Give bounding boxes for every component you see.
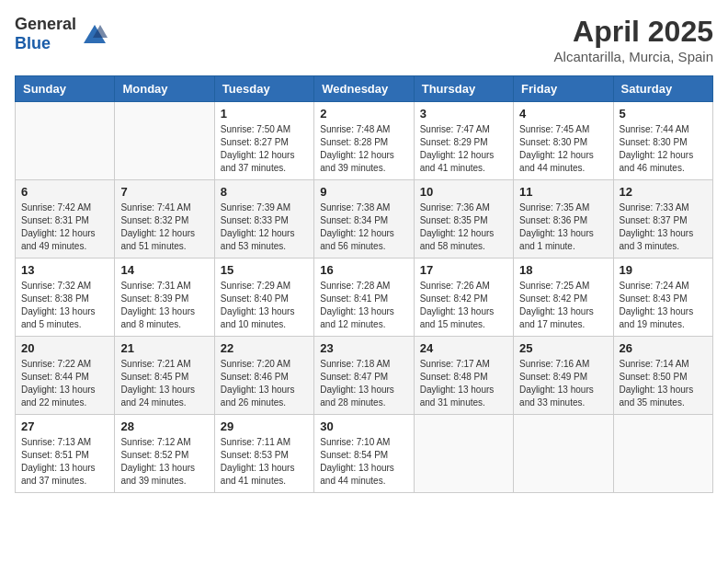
week-row-4: 20Sunrise: 7:22 AMSunset: 8:44 PMDayligh… <box>16 337 713 415</box>
empty-cell <box>115 102 214 180</box>
day-number: 27 <box>21 419 108 433</box>
day-info: Sunrise: 7:32 AMSunset: 8:38 PMDaylight:… <box>21 280 108 331</box>
empty-cell <box>514 415 613 493</box>
day-info: Sunrise: 7:11 AMSunset: 8:53 PMDaylight:… <box>221 436 308 488</box>
day-info: Sunrise: 7:41 AMSunset: 8:32 PMDaylight:… <box>120 201 208 253</box>
day-info: Sunrise: 7:31 AMSunset: 8:39 PMDaylight:… <box>120 280 208 331</box>
day-info: Sunrise: 7:29 AMSunset: 8:40 PMDaylight:… <box>221 280 308 331</box>
day-cell-24: 24Sunrise: 7:17 AMSunset: 8:48 PMDayligh… <box>414 337 513 415</box>
day-info: Sunrise: 7:36 AMSunset: 8:35 PMDaylight:… <box>420 201 507 253</box>
weekday-header-sunday: Sunday <box>16 76 115 102</box>
day-number: 9 <box>320 185 407 199</box>
day-cell-26: 26Sunrise: 7:14 AMSunset: 8:50 PMDayligh… <box>613 337 712 415</box>
day-cell-23: 23Sunrise: 7:18 AMSunset: 8:47 PMDayligh… <box>314 337 414 415</box>
day-info: Sunrise: 7:12 AMSunset: 8:52 PMDaylight:… <box>120 436 208 488</box>
day-cell-21: 21Sunrise: 7:21 AMSunset: 8:45 PMDayligh… <box>115 337 214 415</box>
day-number: 19 <box>620 263 707 277</box>
day-number: 18 <box>519 263 607 277</box>
day-number: 12 <box>620 185 707 199</box>
day-number: 28 <box>120 419 208 433</box>
day-cell-8: 8Sunrise: 7:39 AMSunset: 8:33 PMDaylight… <box>214 180 313 259</box>
week-row-2: 6Sunrise: 7:42 AMSunset: 8:31 PMDaylight… <box>16 180 713 259</box>
day-cell-27: 27Sunrise: 7:13 AMSunset: 8:51 PMDayligh… <box>16 415 115 493</box>
day-cell-13: 13Sunrise: 7:32 AMSunset: 8:38 PMDayligh… <box>16 259 115 337</box>
day-cell-11: 11Sunrise: 7:35 AMSunset: 8:36 PMDayligh… <box>514 180 613 259</box>
day-cell-22: 22Sunrise: 7:20 AMSunset: 8:46 PMDayligh… <box>214 337 313 415</box>
day-info: Sunrise: 7:33 AMSunset: 8:37 PMDaylight:… <box>620 201 707 253</box>
weekday-header-friday: Friday <box>514 76 613 102</box>
day-cell-20: 20Sunrise: 7:22 AMSunset: 8:44 PMDayligh… <box>16 337 115 415</box>
day-info: Sunrise: 7:21 AMSunset: 8:45 PMDaylight:… <box>120 358 208 409</box>
day-cell-25: 25Sunrise: 7:16 AMSunset: 8:49 PMDayligh… <box>514 337 613 415</box>
day-number: 8 <box>221 185 308 199</box>
day-number: 14 <box>120 263 208 277</box>
day-number: 26 <box>620 341 707 355</box>
page-header: General Blue April 2025 Alcantarilla, Mu… <box>15 15 713 64</box>
day-info: Sunrise: 7:26 AMSunset: 8:42 PMDaylight:… <box>420 280 507 331</box>
day-number: 10 <box>420 185 507 199</box>
day-cell-29: 29Sunrise: 7:11 AMSunset: 8:53 PMDayligh… <box>214 415 313 493</box>
day-info: Sunrise: 7:16 AMSunset: 8:49 PMDaylight:… <box>519 358 607 409</box>
day-info: Sunrise: 7:18 AMSunset: 8:47 PMDaylight:… <box>320 358 407 409</box>
day-info: Sunrise: 7:17 AMSunset: 8:48 PMDaylight:… <box>420 358 507 409</box>
day-number: 24 <box>420 341 507 355</box>
logo-icon <box>82 21 108 47</box>
title-area: April 2025 Alcantarilla, Murcia, Spain <box>554 15 713 64</box>
weekday-header-monday: Monday <box>115 76 214 102</box>
day-info: Sunrise: 7:44 AMSunset: 8:30 PMDaylight:… <box>620 123 707 175</box>
day-number: 1 <box>221 107 308 121</box>
day-cell-19: 19Sunrise: 7:24 AMSunset: 8:43 PMDayligh… <box>613 259 712 337</box>
logo: General Blue <box>15 15 108 53</box>
weekday-header-row: SundayMondayTuesdayWednesdayThursdayFrid… <box>16 76 713 102</box>
week-row-3: 13Sunrise: 7:32 AMSunset: 8:38 PMDayligh… <box>16 259 713 337</box>
empty-cell <box>613 415 712 493</box>
day-info: Sunrise: 7:35 AMSunset: 8:36 PMDaylight:… <box>519 201 607 253</box>
day-cell-5: 5Sunrise: 7:44 AMSunset: 8:30 PMDaylight… <box>613 102 712 180</box>
day-info: Sunrise: 7:25 AMSunset: 8:42 PMDaylight:… <box>519 280 607 331</box>
day-cell-6: 6Sunrise: 7:42 AMSunset: 8:31 PMDaylight… <box>16 180 115 259</box>
day-cell-17: 17Sunrise: 7:26 AMSunset: 8:42 PMDayligh… <box>414 259 513 337</box>
day-info: Sunrise: 7:48 AMSunset: 8:28 PMDaylight:… <box>320 123 407 175</box>
day-number: 29 <box>221 419 308 433</box>
logo-general: General <box>15 15 76 33</box>
week-row-1: 1Sunrise: 7:50 AMSunset: 8:27 PMDaylight… <box>16 102 713 180</box>
weekday-header-thursday: Thursday <box>414 76 513 102</box>
month-title: April 2025 <box>554 15 713 49</box>
day-number: 5 <box>620 107 707 121</box>
day-number: 16 <box>320 263 407 277</box>
day-number: 3 <box>420 107 507 121</box>
weekday-header-wednesday: Wednesday <box>314 76 414 102</box>
day-info: Sunrise: 7:39 AMSunset: 8:33 PMDaylight:… <box>221 201 308 253</box>
day-cell-1: 1Sunrise: 7:50 AMSunset: 8:27 PMDaylight… <box>214 102 313 180</box>
calendar-table: SundayMondayTuesdayWednesdayThursdayFrid… <box>15 75 713 493</box>
day-info: Sunrise: 7:42 AMSunset: 8:31 PMDaylight:… <box>21 201 108 253</box>
day-info: Sunrise: 7:14 AMSunset: 8:50 PMDaylight:… <box>620 358 707 409</box>
day-cell-9: 9Sunrise: 7:38 AMSunset: 8:34 PMDaylight… <box>314 180 414 259</box>
logo-blue: Blue <box>15 34 51 52</box>
day-number: 15 <box>221 263 308 277</box>
day-info: Sunrise: 7:38 AMSunset: 8:34 PMDaylight:… <box>320 201 407 253</box>
day-number: 6 <box>21 185 108 199</box>
day-info: Sunrise: 7:28 AMSunset: 8:41 PMDaylight:… <box>320 280 407 331</box>
day-info: Sunrise: 7:20 AMSunset: 8:46 PMDaylight:… <box>221 358 308 409</box>
day-number: 20 <box>21 341 108 355</box>
day-number: 7 <box>120 185 208 199</box>
day-cell-3: 3Sunrise: 7:47 AMSunset: 8:29 PMDaylight… <box>414 102 513 180</box>
day-cell-16: 16Sunrise: 7:28 AMSunset: 8:41 PMDayligh… <box>314 259 414 337</box>
day-number: 13 <box>21 263 108 277</box>
day-cell-12: 12Sunrise: 7:33 AMSunset: 8:37 PMDayligh… <box>613 180 712 259</box>
day-info: Sunrise: 7:24 AMSunset: 8:43 PMDaylight:… <box>620 280 707 331</box>
week-row-5: 27Sunrise: 7:13 AMSunset: 8:51 PMDayligh… <box>16 415 713 493</box>
day-cell-14: 14Sunrise: 7:31 AMSunset: 8:39 PMDayligh… <box>115 259 214 337</box>
day-info: Sunrise: 7:13 AMSunset: 8:51 PMDaylight:… <box>21 436 108 488</box>
day-cell-18: 18Sunrise: 7:25 AMSunset: 8:42 PMDayligh… <box>514 259 613 337</box>
day-info: Sunrise: 7:50 AMSunset: 8:27 PMDaylight:… <box>221 123 308 175</box>
day-number: 4 <box>519 107 607 121</box>
day-cell-28: 28Sunrise: 7:12 AMSunset: 8:52 PMDayligh… <box>115 415 214 493</box>
day-cell-4: 4Sunrise: 7:45 AMSunset: 8:30 PMDaylight… <box>514 102 613 180</box>
day-info: Sunrise: 7:45 AMSunset: 8:30 PMDaylight:… <box>519 123 607 175</box>
day-cell-10: 10Sunrise: 7:36 AMSunset: 8:35 PMDayligh… <box>414 180 513 259</box>
day-info: Sunrise: 7:47 AMSunset: 8:29 PMDaylight:… <box>420 123 507 175</box>
day-cell-2: 2Sunrise: 7:48 AMSunset: 8:28 PMDaylight… <box>314 102 414 180</box>
location: Alcantarilla, Murcia, Spain <box>554 49 713 64</box>
